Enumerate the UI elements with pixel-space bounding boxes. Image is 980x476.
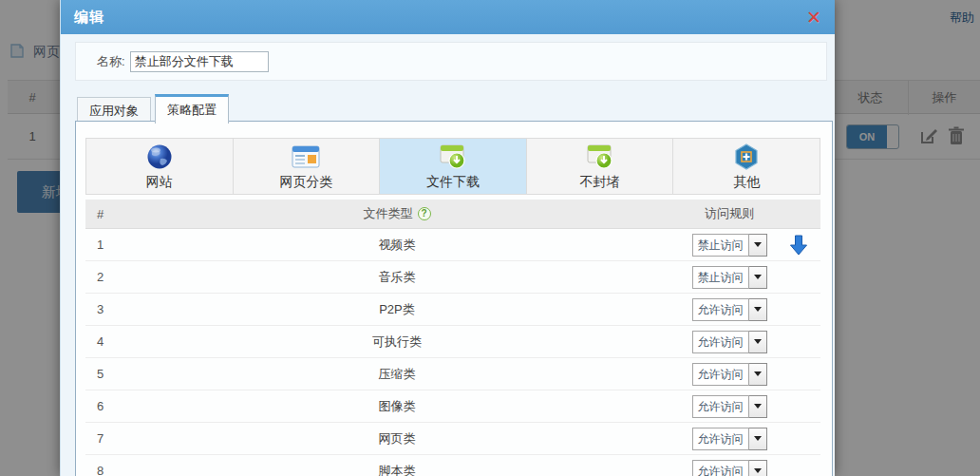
dropdown-button[interactable] [749,331,767,353]
no-block-icon [586,143,614,171]
caret-down-icon [754,339,762,344]
row-index: 6 [85,399,112,413]
dropdown-button[interactable] [749,428,767,450]
dialog-titlebar: 编辑 ✕ [61,0,835,34]
table-row: 2 音乐类 禁止访问 [85,261,820,294]
file-type-label: 脚本类 [112,463,682,476]
icon-tab-file-download[interactable]: 文件下载 [380,139,527,194]
access-rule-dropdown[interactable]: 允许访问 [692,395,767,418]
category-icon-tabs: 网站 网页分类 [85,138,820,195]
icon-tab-label: 不封堵 [580,174,620,191]
edit-dialog: 编辑 ✕ 名称: 应用对象 策略配置 网站 [60,0,835,476]
dropdown-value: 禁止访问 [692,234,749,257]
tab-application-object[interactable]: 应用对象 [77,97,151,124]
dropdown-value: 允许访问 [692,298,749,321]
icon-tab-webpage-category[interactable]: 网页分类 [234,139,381,194]
access-rule-dropdown[interactable]: 禁止访问 [692,234,767,257]
table-row: 3 P2P类 允许访问 [85,294,820,326]
file-table-header: # 文件类型 ? 访问规则 [85,200,820,229]
caret-down-icon [754,468,762,473]
move-down-icon[interactable] [777,235,820,256]
webpage-category-icon [292,143,320,171]
row-index: 3 [85,302,112,316]
other-icon [734,143,759,171]
table-row: 6 图像类 允许访问 [85,390,820,423]
help-question-icon[interactable]: ? [418,207,431,220]
caret-down-icon [754,275,762,279]
caret-down-icon [754,307,762,312]
tab-policy-config[interactable]: 策略配置 [155,94,229,124]
dropdown-button[interactable] [749,395,767,418]
access-rule-dropdown[interactable]: 允许访问 [692,428,767,450]
icon-tab-label: 文件下载 [426,174,480,191]
file-type-label: P2P类 [112,301,682,318]
header-access-rule: 访问规则 [682,205,777,222]
dialog-title: 编辑 [74,9,104,27]
row-index: 5 [85,367,112,381]
header-file-type: 文件类型 [364,205,413,222]
icon-tab-no-block[interactable]: 不封堵 [527,139,674,194]
name-label: 名称: [97,53,125,70]
file-type-label: 图像类 [112,398,682,415]
row-index: 2 [85,270,112,284]
dropdown-button[interactable] [749,460,767,476]
policy-config-panel: 网站 网页分类 [75,121,833,476]
dropdown-button[interactable] [749,266,767,289]
table-row: 7 网页类 允许访问 [85,423,820,455]
file-type-label: 网页类 [112,430,682,447]
file-type-table: # 文件类型 ? 访问规则 1 视频类 禁止访问 2 音乐类 [85,200,820,476]
file-type-label: 可执行类 [112,333,682,351]
dialog-tabs: 应用对象 策略配置 [77,94,233,124]
icon-tab-website[interactable]: 网站 [86,139,234,194]
row-index: 4 [85,334,112,349]
row-index: 8 [85,464,112,476]
file-type-label: 音乐类 [112,269,682,286]
caret-down-icon [754,371,762,376]
globe-icon [146,143,173,171]
header-index: # [85,207,112,221]
file-type-label: 视频类 [112,237,682,254]
row-index: 1 [85,238,112,252]
caret-down-icon [754,404,762,409]
dropdown-value: 允许访问 [692,331,749,353]
icon-tab-other[interactable]: 其他 [673,139,820,194]
dropdown-value: 允许访问 [692,363,749,386]
access-rule-dropdown[interactable]: 允许访问 [692,298,767,321]
dropdown-value: 允许访问 [692,395,749,418]
dropdown-button[interactable] [749,298,767,321]
icon-tab-label: 其他 [733,174,760,191]
dropdown-value: 允许访问 [692,460,749,476]
file-type-label: 压缩类 [112,366,682,383]
table-row: 1 视频类 禁止访问 [85,229,820,261]
access-rule-dropdown[interactable]: 允许访问 [692,460,767,476]
icon-tab-label: 网页分类 [279,174,332,191]
dropdown-value: 允许访问 [692,428,749,450]
name-panel: 名称: [75,42,827,81]
table-row: 5 压缩类 允许访问 [85,358,820,390]
caret-down-icon [754,242,762,247]
file-download-icon [439,143,467,171]
table-row: 8 脚本类 允许访问 [85,455,820,476]
table-row: 4 可执行类 允许访问 [85,326,820,358]
icon-tab-label: 网站 [146,174,173,191]
access-rule-dropdown[interactable]: 允许访问 [692,331,767,353]
access-rule-dropdown[interactable]: 允许访问 [692,363,767,386]
dropdown-button[interactable] [749,363,767,386]
dropdown-value: 禁止访问 [692,266,749,289]
dropdown-button[interactable] [749,234,767,257]
access-rule-dropdown[interactable]: 禁止访问 [692,266,767,289]
close-icon[interactable]: ✕ [806,9,821,27]
name-input[interactable] [130,51,269,72]
caret-down-icon [754,436,762,441]
row-index: 7 [85,431,112,446]
